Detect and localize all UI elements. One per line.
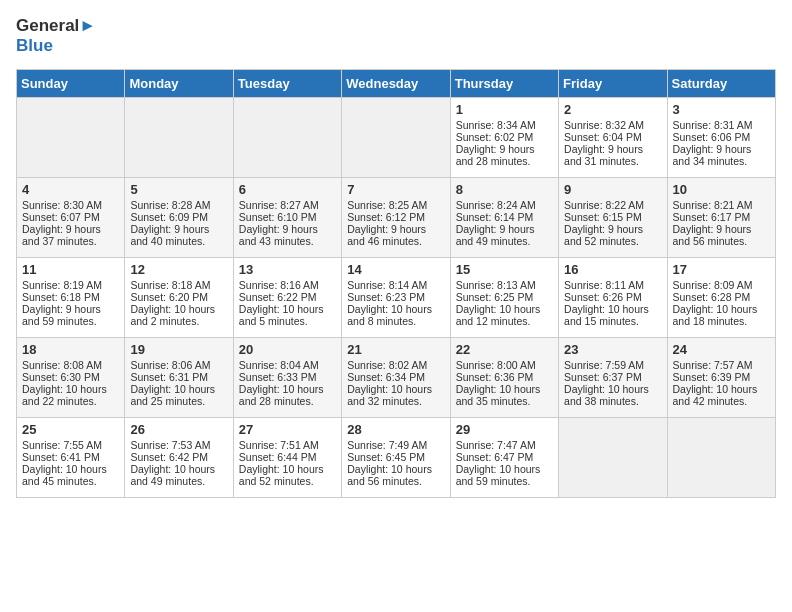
header-wednesday: Wednesday <box>342 69 450 97</box>
cell-week1-day0 <box>17 97 125 177</box>
cell-week5-day4: 29Sunrise: 7:47 AMSunset: 6:47 PMDayligh… <box>450 417 558 497</box>
day-info: Sunrise: 8:25 AM <box>347 199 444 211</box>
calendar-header-row: SundayMondayTuesdayWednesdayThursdayFrid… <box>17 69 776 97</box>
day-number: 14 <box>347 262 444 277</box>
day-number: 26 <box>130 422 227 437</box>
day-info: Daylight: 10 hours and 8 minutes. <box>347 303 444 327</box>
week-row-4: 18Sunrise: 8:08 AMSunset: 6:30 PMDayligh… <box>17 337 776 417</box>
header-saturday: Saturday <box>667 69 775 97</box>
day-info: Sunset: 6:06 PM <box>673 131 770 143</box>
day-info: Daylight: 9 hours and 56 minutes. <box>673 223 770 247</box>
day-info: Sunrise: 8:09 AM <box>673 279 770 291</box>
day-info: Sunrise: 8:11 AM <box>564 279 661 291</box>
day-info: Sunrise: 7:47 AM <box>456 439 553 451</box>
day-number: 9 <box>564 182 661 197</box>
cell-week2-day2: 6Sunrise: 8:27 AMSunset: 6:10 PMDaylight… <box>233 177 341 257</box>
header-friday: Friday <box>559 69 667 97</box>
day-info: Sunset: 6:15 PM <box>564 211 661 223</box>
day-info: Sunset: 6:20 PM <box>130 291 227 303</box>
week-row-1: 1Sunrise: 8:34 AMSunset: 6:02 PMDaylight… <box>17 97 776 177</box>
day-info: Sunrise: 7:59 AM <box>564 359 661 371</box>
day-info: Sunset: 6:09 PM <box>130 211 227 223</box>
cell-week3-day2: 13Sunrise: 8:16 AMSunset: 6:22 PMDayligh… <box>233 257 341 337</box>
logo-blue: Blue <box>16 36 96 56</box>
cell-week2-day5: 9Sunrise: 8:22 AMSunset: 6:15 PMDaylight… <box>559 177 667 257</box>
cell-week4-day2: 20Sunrise: 8:04 AMSunset: 6:33 PMDayligh… <box>233 337 341 417</box>
day-info: Daylight: 9 hours and 52 minutes. <box>564 223 661 247</box>
day-info: Sunset: 6:10 PM <box>239 211 336 223</box>
day-info: Sunrise: 7:55 AM <box>22 439 119 451</box>
cell-week3-day3: 14Sunrise: 8:14 AMSunset: 6:23 PMDayligh… <box>342 257 450 337</box>
day-number: 4 <box>22 182 119 197</box>
day-info: Sunset: 6:31 PM <box>130 371 227 383</box>
logo-general: General► <box>16 16 96 36</box>
day-number: 13 <box>239 262 336 277</box>
day-info: Daylight: 10 hours and 15 minutes. <box>564 303 661 327</box>
day-info: Sunrise: 8:00 AM <box>456 359 553 371</box>
cell-week4-day1: 19Sunrise: 8:06 AMSunset: 6:31 PMDayligh… <box>125 337 233 417</box>
cell-week4-day6: 24Sunrise: 7:57 AMSunset: 6:39 PMDayligh… <box>667 337 775 417</box>
day-info: Daylight: 9 hours and 40 minutes. <box>130 223 227 247</box>
day-info: Sunset: 6:41 PM <box>22 451 119 463</box>
day-info: Daylight: 10 hours and 28 minutes. <box>239 383 336 407</box>
day-info: Sunrise: 8:06 AM <box>130 359 227 371</box>
day-info: Daylight: 9 hours and 37 minutes. <box>22 223 119 247</box>
cell-week5-day6 <box>667 417 775 497</box>
day-info: Sunset: 6:44 PM <box>239 451 336 463</box>
week-row-2: 4Sunrise: 8:30 AMSunset: 6:07 PMDaylight… <box>17 177 776 257</box>
day-info: Sunrise: 8:18 AM <box>130 279 227 291</box>
day-number: 7 <box>347 182 444 197</box>
day-info: Sunrise: 8:32 AM <box>564 119 661 131</box>
day-info: Sunset: 6:28 PM <box>673 291 770 303</box>
day-info: Sunset: 6:12 PM <box>347 211 444 223</box>
day-info: Daylight: 10 hours and 52 minutes. <box>239 463 336 487</box>
day-info: Sunset: 6:26 PM <box>564 291 661 303</box>
day-info: Daylight: 10 hours and 12 minutes. <box>456 303 553 327</box>
day-info: Sunrise: 8:13 AM <box>456 279 553 291</box>
day-info: Sunset: 6:14 PM <box>456 211 553 223</box>
day-info: Daylight: 10 hours and 2 minutes. <box>130 303 227 327</box>
cell-week5-day0: 25Sunrise: 7:55 AMSunset: 6:41 PMDayligh… <box>17 417 125 497</box>
cell-week3-day5: 16Sunrise: 8:11 AMSunset: 6:26 PMDayligh… <box>559 257 667 337</box>
day-info: Sunset: 6:18 PM <box>22 291 119 303</box>
day-info: Sunrise: 7:57 AM <box>673 359 770 371</box>
day-info: Sunset: 6:47 PM <box>456 451 553 463</box>
day-number: 11 <box>22 262 119 277</box>
day-number: 17 <box>673 262 770 277</box>
day-info: Sunset: 6:23 PM <box>347 291 444 303</box>
day-info: Daylight: 10 hours and 18 minutes. <box>673 303 770 327</box>
header-tuesday: Tuesday <box>233 69 341 97</box>
cell-week3-day0: 11Sunrise: 8:19 AMSunset: 6:18 PMDayligh… <box>17 257 125 337</box>
cell-week4-day0: 18Sunrise: 8:08 AMSunset: 6:30 PMDayligh… <box>17 337 125 417</box>
logo: General► Blue <box>16 16 96 57</box>
day-info: Sunrise: 7:49 AM <box>347 439 444 451</box>
cell-week5-day2: 27Sunrise: 7:51 AMSunset: 6:44 PMDayligh… <box>233 417 341 497</box>
day-number: 6 <box>239 182 336 197</box>
day-info: Daylight: 10 hours and 49 minutes. <box>130 463 227 487</box>
day-info: Daylight: 10 hours and 22 minutes. <box>22 383 119 407</box>
day-info: Sunset: 6:17 PM <box>673 211 770 223</box>
day-info: Sunset: 6:39 PM <box>673 371 770 383</box>
day-info: Sunrise: 7:53 AM <box>130 439 227 451</box>
day-info: Daylight: 9 hours and 49 minutes. <box>456 223 553 247</box>
day-info: Sunrise: 8:21 AM <box>673 199 770 211</box>
cell-week2-day3: 7Sunrise: 8:25 AMSunset: 6:12 PMDaylight… <box>342 177 450 257</box>
day-info: Sunrise: 8:31 AM <box>673 119 770 131</box>
cell-week4-day3: 21Sunrise: 8:02 AMSunset: 6:34 PMDayligh… <box>342 337 450 417</box>
header-sunday: Sunday <box>17 69 125 97</box>
day-info: Sunrise: 8:22 AM <box>564 199 661 211</box>
cell-week5-day5 <box>559 417 667 497</box>
calendar-table: SundayMondayTuesdayWednesdayThursdayFrid… <box>16 69 776 498</box>
header-monday: Monday <box>125 69 233 97</box>
day-number: 22 <box>456 342 553 357</box>
day-info: Sunrise: 8:02 AM <box>347 359 444 371</box>
day-info: Daylight: 10 hours and 35 minutes. <box>456 383 553 407</box>
day-info: Daylight: 10 hours and 32 minutes. <box>347 383 444 407</box>
cell-week1-day6: 3Sunrise: 8:31 AMSunset: 6:06 PMDaylight… <box>667 97 775 177</box>
day-info: Sunset: 6:45 PM <box>347 451 444 463</box>
day-number: 15 <box>456 262 553 277</box>
day-info: Sunrise: 8:24 AM <box>456 199 553 211</box>
day-info: Daylight: 10 hours and 42 minutes. <box>673 383 770 407</box>
cell-week2-day6: 10Sunrise: 8:21 AMSunset: 6:17 PMDayligh… <box>667 177 775 257</box>
cell-week1-day1 <box>125 97 233 177</box>
